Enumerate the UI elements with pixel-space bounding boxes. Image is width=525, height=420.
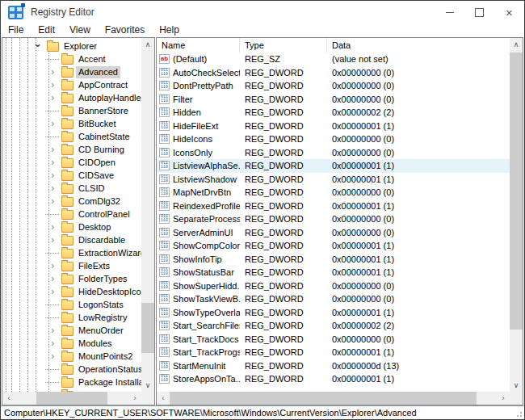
scroll-down-icon[interactable]: ∨ [510,379,523,392]
registry-value-row[interactable]: 011110 ShowTypeOverlay REG_DWORD 0x00000… [157,306,510,320]
tree-vertical-scrollbar[interactable]: ∧ ∨ [141,38,154,392]
tree-expander-icon[interactable] [49,52,60,65]
registry-value-row[interactable]: 011110 StoreAppsOnTa... REG_DWORD 0x0000… [157,372,510,386]
tree-expander-icon[interactable] [49,233,60,246]
registry-value-row[interactable]: 011110 IconsOnly REG_DWORD 0x00000000 (0… [157,146,510,160]
tree-item[interactable]: Package Installati [2,376,141,388]
registry-value-row[interactable]: 011110 SeparateProcess REG_DWORD 0x00000… [157,212,510,226]
menu-view[interactable]: View [62,23,98,37]
menu-favorites[interactable]: Favorites [98,23,152,37]
tree-item[interactable]: HideDesktopIcon [2,285,141,298]
scrollbar-thumb[interactable] [170,392,477,405]
tree-item[interactable]: BannerStore [2,104,141,117]
tree-item[interactable]: FileExts [2,259,141,272]
menu-help[interactable]: Help [152,23,187,37]
scroll-up-icon[interactable]: ∧ [510,38,523,51]
registry-value-row[interactable]: 011110 Start_TrackProgs REG_DWORD 0x0000… [157,346,510,359]
tree-item[interactable]: ComDlg32 [2,195,141,208]
tree-expander-icon[interactable] [49,208,60,220]
registry-value-row[interactable]: 011110 ReindexedProfile REG_DWORD 0x0000… [157,200,510,213]
scroll-left-icon[interactable]: ‹ [2,392,15,405]
registry-value-row[interactable]: 011110 ShowStatusBar REG_DWORD 0x0000000… [157,266,510,279]
tree-expander-icon[interactable] [49,220,60,233]
tree-expander-icon[interactable] [49,78,60,91]
registry-value-row[interactable]: 011110 ListviewAlphaSe... REG_DWORD 0x00… [157,159,510,173]
scrollbar-thumb[interactable] [510,52,523,330]
tree-expander-icon[interactable] [49,169,60,182]
tree-expander-icon[interactable] [49,272,60,285]
tree-expander-icon[interactable] [49,363,60,376]
tree-expander-icon[interactable] [49,324,60,337]
tree-expander-icon[interactable] [49,156,60,169]
registry-value-row[interactable]: 011110 ShowCompColor REG_DWORD 0x0000000… [157,239,510,253]
close-button[interactable]: × [494,1,524,23]
tree-horizontal-scrollbar[interactable]: ‹ › [2,392,141,405]
list-vertical-scrollbar[interactable]: ∧ ∨ [510,38,523,392]
tree-expander-icon[interactable] [49,337,60,350]
registry-value-row[interactable]: 011110 Filter REG_DWORD 0x00000000 (0) [157,93,510,107]
tree-item[interactable]: CIDOpen [2,156,141,169]
scroll-right-icon[interactable]: › [497,392,510,405]
tree-expander-icon[interactable] [49,143,60,156]
registry-value-row[interactable]: 011110 DontPrettyPath REG_DWORD 0x000000… [157,79,510,93]
registry-value-row[interactable]: 011110 StartMenuInit REG_DWORD 0x0000000… [157,359,510,373]
tree-expander-icon[interactable] [49,246,60,259]
tree-item[interactable]: Desktop [2,220,141,233]
column-header-data[interactable]: Data [327,38,510,52]
tree-expander-icon[interactable] [49,65,60,78]
scroll-left-icon[interactable]: ‹ [157,392,170,405]
scrollbar-thumb[interactable] [141,303,154,353]
tree-expander-icon[interactable] [49,182,60,195]
tree-item[interactable]: CIDSave [2,169,141,182]
tree-item[interactable]: Accent [2,52,141,65]
tree-item[interactable]: CabinetState [2,130,141,143]
tree-item[interactable]: FolderTypes [2,272,141,285]
tree-expander-icon[interactable] [49,298,60,311]
tree-expander-icon[interactable] [49,311,60,324]
tree-item[interactable]: CD Burning [2,143,141,156]
tree-expander-icon[interactable] [49,130,60,143]
tree-item-explorer[interactable]: Explorer [2,40,141,52]
column-header-name[interactable]: Name [157,38,240,52]
tree-expander-icon[interactable] [49,376,60,388]
tree-item[interactable]: AppContract [2,78,141,91]
maximize-button[interactable] [464,1,494,23]
registry-value-row[interactable]: 011110 AutoCheckSelect REG_DWORD 0x00000… [157,66,510,80]
column-header-type[interactable]: Type [240,38,327,52]
tree-expander-icon[interactable] [49,259,60,272]
registry-value-row[interactable]: 011110 HideFileExt REG_DWORD 0x00000001 … [157,120,510,133]
tree-expander-icon[interactable] [49,104,60,117]
registry-value-row[interactable]: 011110 ListviewShadow REG_DWORD 0x000000… [157,173,510,187]
registry-value-row[interactable]: 011110 MapNetDrvBtn REG_DWORD 0x00000000… [157,186,510,200]
scroll-up-icon[interactable]: ∧ [141,38,154,51]
scroll-right-icon[interactable]: › [128,392,141,405]
resize-grip-icon[interactable] [520,415,522,417]
tree-item[interactable]: Advanced [2,65,141,78]
scroll-down-icon[interactable]: ∨ [141,379,154,392]
registry-value-row[interactable]: 011110 ServerAdminUI REG_DWORD 0x0000000… [157,226,510,240]
registry-value-row[interactable]: 011110 ShowSuperHidd... REG_DWORD 0x0000… [157,279,510,293]
registry-value-row[interactable]: 011110 Start_SearchFiles REG_DWORD 0x000… [157,319,510,333]
registry-value-row[interactable]: 011110 Hidden REG_DWORD 0x00000002 (2) [157,106,510,120]
registry-value-row[interactable]: 011110 ShowTaskViewB... REG_DWORD 0x0000… [157,292,510,306]
tree-expander-icon[interactable] [49,117,60,130]
tree-item[interactable]: MenuOrder [2,324,141,337]
tree-expander-icon[interactable] [49,350,60,363]
tree-expander-icon[interactable] [49,91,60,104]
tree-item[interactable]: OperationStatusM [2,363,141,376]
tree-expander-icon[interactable] [49,195,60,208]
tree-expander-icon[interactable] [35,40,45,52]
menu-file[interactable]: File [1,23,31,37]
tree-item[interactable]: CLSID [2,182,141,195]
tree-item[interactable]: MountPoints2 [2,350,141,363]
tree-item[interactable]: ControlPanel [2,208,141,220]
tree-item[interactable]: BitBucket [2,117,141,130]
registry-value-row[interactable]: 011110 ShowInfoTip REG_DWORD 0x00000001 … [157,253,510,267]
registry-value-row[interactable]: ab (Default) REG_SZ (value not set) [157,52,510,66]
tree-item[interactable]: LowRegistry [2,311,141,324]
tree-item[interactable]: ExtractionWizard [2,246,141,259]
tree-item[interactable]: LogonStats [2,298,141,311]
list-horizontal-scrollbar[interactable]: ‹ › [157,392,510,405]
registry-value-row[interactable]: 011110 Start_TrackDocs REG_DWORD 0x00000… [157,333,510,346]
tree-item[interactable]: Discardable [2,233,141,246]
